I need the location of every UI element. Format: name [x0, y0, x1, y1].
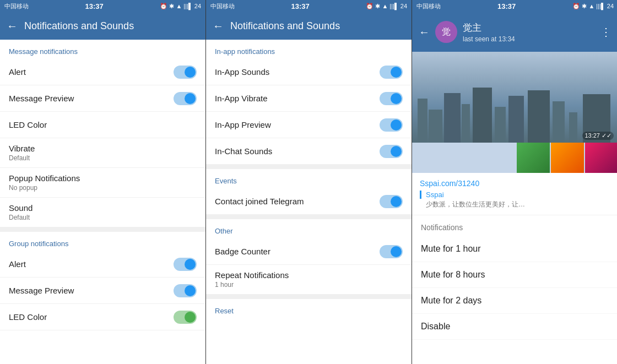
section-divider — [0, 227, 205, 232]
link-source: Sspai — [420, 191, 610, 199]
settings-content-2: In-app notifications In-App Sounds In-Ap… — [206, 40, 412, 364]
item-label: Alert — [9, 67, 26, 77]
carrier-3: 中国移动 — [416, 2, 441, 10]
notifications-dropdown: Notifications Mute for 1 hour Mute for 8… — [412, 215, 617, 364]
inapp-preview-toggle[interactable] — [380, 118, 403, 132]
image-thumbnails — [517, 143, 617, 173]
item-label: Badge Counter — [215, 247, 270, 256]
list-item: Popup Notifications No popup — [0, 168, 205, 198]
thumbnail — [517, 143, 550, 173]
item-label: Repeat Notifications — [215, 270, 289, 280]
section-divider — [206, 215, 412, 219]
item-label: In-App Vibrate — [215, 94, 268, 103]
list-item: Sound Default — [0, 198, 205, 227]
group-alert-toggle[interactable] — [174, 258, 197, 271]
group-preview-toggle[interactable] — [174, 284, 197, 297]
list-item: In-Chat Sounds — [206, 138, 412, 165]
mute-2days-item[interactable]: Mute for 2 days — [412, 288, 617, 314]
settings-content-1: Message notifications Alert Message Prev… — [0, 40, 205, 364]
item-label: In-App Preview — [215, 120, 271, 129]
item-label: Message Preview — [9, 286, 74, 295]
chat-name: 觉主 — [463, 21, 595, 34]
thumbnail — [585, 143, 617, 173]
group-led-toggle[interactable] — [174, 311, 197, 324]
panel-3: 中国移动 13:37 ⏰ ✱ ▲ |||▌ 24 ← 觉 觉主 last see… — [412, 0, 617, 364]
item-label: In-App Sounds — [215, 67, 269, 77]
mute-8hours-item[interactable]: Mute for 8 hours — [412, 262, 617, 288]
back-button-2[interactable]: ← — [213, 20, 224, 32]
alert-toggle-1[interactable] — [174, 66, 197, 79]
list-item: Alert — [0, 59, 205, 85]
dropdown-header: Notifications — [412, 215, 617, 236]
disable-item[interactable]: Disable — [412, 314, 617, 340]
back-button-3[interactable]: ← — [419, 26, 430, 39]
time-1: 13:37 — [85, 2, 104, 10]
item-sublabel: Default — [9, 214, 33, 221]
section-header-group: Group notifications — [0, 232, 205, 251]
chat-image-area: 13:27 ✓✓ — [412, 52, 617, 173]
status-icons-2: ⏰ ✱ ▲ |||▌ 24 — [366, 3, 407, 10]
contact-joined-toggle[interactable] — [380, 195, 403, 208]
list-item: In-App Vibrate — [206, 85, 412, 112]
panel-1: 中国移动 13:37 ⏰ ✱ ▲ |||▌ 24 ← Notifications… — [0, 0, 205, 364]
back-button-1[interactable]: ← — [7, 20, 18, 32]
section-header-reset: Reset — [206, 299, 412, 318]
list-item: LED Color — [0, 112, 205, 138]
link-description: 少数派，让数位生活更美好，让… — [420, 200, 610, 209]
inapp-sounds-toggle[interactable] — [380, 66, 403, 79]
section-divider — [206, 295, 412, 299]
list-item: In-App Sounds — [206, 59, 412, 85]
page-title-2: Notifications and Sounds — [230, 20, 405, 32]
list-item: Vibrate Default — [0, 138, 205, 168]
inapp-vibrate-toggle[interactable] — [380, 92, 403, 105]
avatar: 觉 — [435, 21, 457, 43]
status-bar-2: 中国移动 13:37 ⏰ ✱ ▲ |||▌ 24 — [206, 0, 412, 12]
status-bar-3: 中国移动 13:37 ⏰ ✱ ▲ |||▌ 24 — [412, 0, 617, 12]
link-url[interactable]: Sspai.com/31240 — [420, 179, 479, 188]
item-label: Sound — [9, 203, 33, 213]
section-header-other: Other — [206, 219, 412, 238]
link-preview: Sspai.com/31240 Sspai 少数派，让数位生活更美好，让… — [412, 173, 617, 215]
list-item: Message Preview — [0, 85, 205, 112]
list-item: Badge Counter — [206, 238, 412, 265]
message-timestamp: 13:27 ✓✓ — [582, 132, 614, 140]
item-label: Alert — [9, 259, 26, 269]
badge-counter-toggle[interactable] — [380, 245, 403, 258]
list-item: Repeat Notifications 1 hour — [206, 265, 412, 295]
time-3: 13:37 — [497, 2, 516, 10]
item-sublabel: Default — [9, 154, 35, 162]
status-icons-1: ⏰ ✱ ▲ |||▌ 24 — [160, 3, 201, 10]
time-2: 13:37 — [291, 2, 310, 10]
thumbnail — [551, 143, 584, 173]
message-preview-toggle-1[interactable] — [174, 92, 197, 105]
list-item: Message Preview — [0, 278, 205, 304]
item-sublabel: No popup — [9, 184, 80, 192]
chat-info: 觉主 last seen at 13:34 — [463, 21, 595, 43]
status-icons-3: ⏰ ✱ ▲ |||▌ 24 — [572, 3, 614, 10]
item-sublabel: 1 hour — [215, 281, 289, 289]
carrier-1: 中国移动 — [4, 2, 29, 10]
section-header-inapp: In-app notifications — [206, 40, 412, 59]
item-label: LED Color — [9, 120, 47, 129]
item-label: Vibrate — [9, 144, 35, 153]
list-item: LED Color — [0, 304, 205, 330]
chat-status: last seen at 13:34 — [463, 35, 595, 43]
top-bar-1: ← Notifications and Sounds — [0, 12, 205, 40]
inchat-sounds-toggle[interactable] — [380, 145, 403, 158]
list-item: In-App Preview — [206, 112, 412, 138]
section-header-message: Message notifications — [0, 40, 205, 59]
chat-top-bar: ← 觉 觉主 last seen at 13:34 ⋮ — [412, 12, 617, 52]
top-bar-2: ← Notifications and Sounds — [206, 12, 412, 40]
more-options-button[interactable]: ⋮ — [600, 25, 611, 39]
list-item: Alert — [0, 251, 205, 278]
status-bar-1: 中国移动 13:37 ⏰ ✱ ▲ |||▌ 24 — [0, 0, 205, 12]
item-label: Contact joined Telegram — [215, 197, 304, 206]
page-title-1: Notifications and Sounds — [24, 20, 199, 32]
section-divider — [206, 165, 412, 169]
item-label: LED Color — [9, 312, 47, 322]
panel-2: 中国移动 13:37 ⏰ ✱ ▲ |||▌ 24 ← Notifications… — [206, 0, 412, 364]
item-label: In-Chat Sounds — [215, 146, 272, 156]
mute-1hour-item[interactable]: Mute for 1 hour — [412, 236, 617, 262]
carrier-2: 中国移动 — [210, 2, 235, 10]
list-item: Contact joined Telegram — [206, 188, 412, 215]
